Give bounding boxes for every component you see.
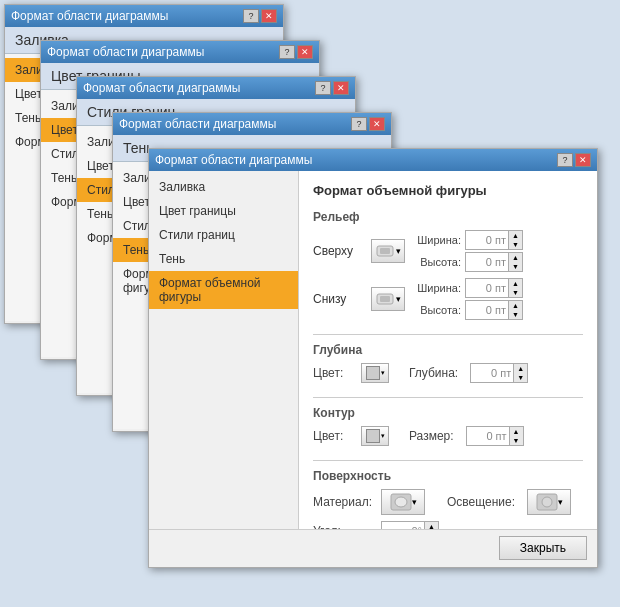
top-width-up[interactable]: ▲ xyxy=(509,231,522,240)
bottom-height-up[interactable]: ▲ xyxy=(509,301,522,310)
surface-section: Поверхность Материал: ▾ Освещение: ▾ Уго… xyxy=(313,469,583,529)
divider-2 xyxy=(313,397,583,398)
depth-input[interactable] xyxy=(470,363,514,383)
dialog-5-titlebar: Формат области диаграммы ? ✕ xyxy=(149,149,597,171)
divider-1 xyxy=(313,334,583,335)
dialog-5-footer: Закрыть xyxy=(149,529,597,565)
bottom-width-arrows: ▲ ▼ xyxy=(509,278,523,298)
lighting-btn[interactable]: ▾ xyxy=(527,489,571,515)
dialog-5-nav: Заливка Цвет границы Стили границ Тень Ф… xyxy=(149,171,299,529)
dialog-5-nav-item-0[interactable]: Заливка xyxy=(149,175,298,199)
relief-label: Рельеф xyxy=(313,210,583,224)
dialog-1-close-btn[interactable]: ✕ xyxy=(261,9,277,23)
dialog-2-help-btn[interactable]: ? xyxy=(279,45,295,59)
divider-3 xyxy=(313,460,583,461)
top-height-input[interactable] xyxy=(465,252,509,272)
dialog-1-titlebar: Формат области диаграммы ? ✕ xyxy=(5,5,283,27)
depth-up[interactable]: ▲ xyxy=(514,364,527,373)
top-height-up[interactable]: ▲ xyxy=(509,253,522,262)
angle-spinner: ▲ ▼ xyxy=(381,521,439,529)
dialog-5-content: Формат объемной фигуры Рельеф Сверху ▾ Ш… xyxy=(299,171,597,529)
dialog-5-nav-item-3[interactable]: Тень xyxy=(149,247,298,271)
bottom-width-up[interactable]: ▲ xyxy=(509,279,522,288)
depth-color-btn[interactable]: ▾ xyxy=(361,363,389,383)
dialog-3-close-btn[interactable]: ✕ xyxy=(333,81,349,95)
contour-row: Цвет: ▾ Размер: ▲ ▼ xyxy=(313,426,583,446)
material-btn[interactable]: ▾ xyxy=(381,489,425,515)
dialog-4-titlebar: Формат области диаграммы ? ✕ xyxy=(113,113,391,135)
dialog-4-title-buttons: ? ✕ xyxy=(351,117,385,131)
top-height-arrows: ▲ ▼ xyxy=(509,252,523,272)
dialog-3-help-btn[interactable]: ? xyxy=(315,81,331,95)
contour-color-btn[interactable]: ▾ xyxy=(361,426,389,446)
dialog-3-titlebar: Формат области диаграммы ? ✕ xyxy=(77,77,355,99)
dialog-2-close-btn[interactable]: ✕ xyxy=(297,45,313,59)
svg-point-5 xyxy=(395,497,407,507)
bottom-width-input[interactable] xyxy=(465,278,509,298)
bottom-width-down[interactable]: ▼ xyxy=(509,288,522,297)
bottom-height-down[interactable]: ▼ xyxy=(509,310,522,319)
top-height-down[interactable]: ▼ xyxy=(509,262,522,271)
dialog-5-title: Формат области диаграммы xyxy=(155,153,557,167)
depth-down[interactable]: ▼ xyxy=(514,373,527,382)
dialog-5-close-btn[interactable]: ✕ xyxy=(575,153,591,167)
contour-section: Контур Цвет: ▾ Размер: ▲ ▼ xyxy=(313,406,583,446)
dialog-3-title: Формат области диаграммы xyxy=(83,81,315,95)
bottom-width-row: Ширина: ▲ ▼ xyxy=(413,278,523,298)
depth-section: Глубина Цвет: ▾ Глубина: ▲ ▼ xyxy=(313,343,583,383)
bottom-width-spinner: ▲ ▼ xyxy=(465,278,523,298)
top-height-spinner: ▲ ▼ xyxy=(465,252,523,272)
dialog-5[interactable]: Формат области диаграммы ? ✕ Заливка Цве… xyxy=(148,148,598,568)
dialog-5-nav-item-2[interactable]: Стили границ xyxy=(149,223,298,247)
contour-down[interactable]: ▼ xyxy=(510,436,523,445)
dialog-1-title-buttons: ? ✕ xyxy=(243,9,277,23)
dialog-1-help-btn[interactable]: ? xyxy=(243,9,259,23)
dialog-5-help-btn[interactable]: ? xyxy=(557,153,573,167)
contour-arrows: ▲ ▼ xyxy=(510,426,524,446)
top-fields: Ширина: ▲ ▼ Высота: xyxy=(413,230,523,272)
top-width-input[interactable] xyxy=(465,230,509,250)
bottom-relief-btn[interactable]: ▾ xyxy=(371,287,405,311)
bottom-height-row: Высота: ▲ ▼ xyxy=(413,300,523,320)
dialog-4-help-btn[interactable]: ? xyxy=(351,117,367,131)
depth-color-swatch xyxy=(366,366,380,380)
dialog-2-title: Формат области диаграммы xyxy=(47,45,279,59)
relief-section: Рельеф Сверху ▾ Ширина: xyxy=(313,210,583,320)
dialog-5-title-buttons: ? ✕ xyxy=(557,153,591,167)
top-label: Сверху xyxy=(313,244,363,258)
contour-input[interactable] xyxy=(466,426,510,446)
bottom-height-spinner: ▲ ▼ xyxy=(465,300,523,320)
bottom-height-input[interactable] xyxy=(465,300,509,320)
angle-label: Угол: xyxy=(313,524,373,529)
main-section-title: Формат объемной фигуры xyxy=(313,183,583,198)
contour-spinner: ▲ ▼ xyxy=(466,426,524,446)
material-arrow: ▾ xyxy=(412,497,417,507)
top-width-row: Ширина: ▲ ▼ xyxy=(413,230,523,250)
dialog-4-close-btn[interactable]: ✕ xyxy=(369,117,385,131)
svg-rect-1 xyxy=(380,248,390,254)
angle-input[interactable] xyxy=(381,521,425,529)
depth-val-label: Глубина: xyxy=(409,366,458,380)
lighting-arrow: ▾ xyxy=(558,497,563,507)
top-relief-row: Сверху ▾ Ширина: ▲ ▼ xyxy=(313,230,583,272)
close-button[interactable]: Закрыть xyxy=(499,536,587,560)
contour-size-label: Размер: xyxy=(409,429,454,443)
top-relief-btn[interactable]: ▾ xyxy=(371,239,405,263)
contour-color-swatch xyxy=(366,429,380,443)
lighting-label: Освещение: xyxy=(447,495,515,509)
material-label: Материал: xyxy=(313,495,373,509)
contour-label: Контур xyxy=(313,406,583,420)
dialog-5-nav-item-1[interactable]: Цвет границы xyxy=(149,199,298,223)
bottom-height-arrows: ▲ ▼ xyxy=(509,300,523,320)
dialog-5-nav-item-4[interactable]: Формат объемной фигуры xyxy=(149,271,298,309)
surface-label: Поверхность xyxy=(313,469,583,483)
bottom-dropdown-arrow: ▾ xyxy=(396,294,401,304)
top-width-label: Ширина: xyxy=(413,234,461,246)
dialog-5-body-area: Заливка Цвет границы Стили границ Тень Ф… xyxy=(149,171,597,529)
bottom-label: Снизу xyxy=(313,292,363,306)
depth-row: Цвет: ▾ Глубина: ▲ ▼ xyxy=(313,363,583,383)
top-width-down[interactable]: ▼ xyxy=(509,240,522,249)
bottom-relief-row: Снизу ▾ Ширина: ▲ ▼ xyxy=(313,278,583,320)
angle-up[interactable]: ▲ xyxy=(425,522,438,529)
contour-up[interactable]: ▲ xyxy=(510,427,523,436)
